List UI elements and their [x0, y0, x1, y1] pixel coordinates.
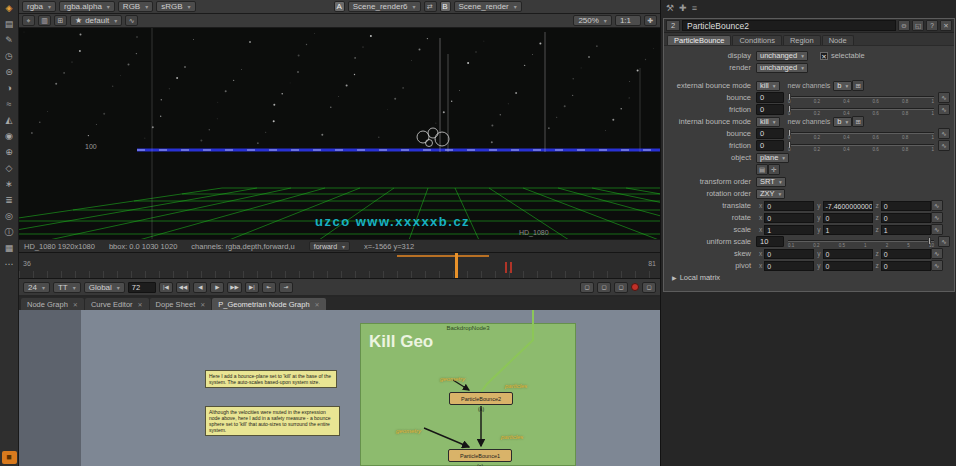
- tab-node[interactable]: Node: [822, 35, 854, 45]
- transform-nodes-icon[interactable]: ⊕: [2, 146, 17, 159]
- node-graph-canvas[interactable]: BackdropNode3 Kill Geo Here I add a boun…: [19, 310, 660, 466]
- playhead[interactable]: [455, 253, 458, 278]
- new-channels-dropdown[interactable]: b: [833, 81, 852, 91]
- pivot-y-field[interactable]: 0: [823, 261, 873, 271]
- layer-dropdown[interactable]: rgba.alpha: [59, 1, 115, 12]
- friction-slider[interactable]: 00.2 0.40.6 0.81: [788, 140, 934, 151]
- wrench-icon[interactable]: ⚒: [666, 3, 674, 13]
- input-b-dropdown[interactable]: Scene_render: [454, 1, 522, 12]
- step-back-button[interactable]: ◀: [193, 282, 207, 293]
- node-particlebounce2[interactable]: ParticleBounce2: [449, 392, 513, 405]
- sticky-note[interactable]: Although the velocities were muted in th…: [205, 406, 340, 436]
- plus-icon[interactable]: ✚: [644, 15, 657, 26]
- channel-editor-icon[interactable]: ⊞: [852, 80, 864, 91]
- bounce-field[interactable]: 0: [756, 92, 784, 103]
- rotation-order-dropdown[interactable]: ZXY: [756, 189, 785, 199]
- tab-dope-sheet[interactable]: Dope Sheet ✕: [150, 298, 212, 310]
- pivot-x-field[interactable]: 0: [764, 261, 814, 271]
- other-nodes-icon[interactable]: ⋯: [2, 258, 17, 271]
- goto-end-button[interactable]: ▶|: [245, 282, 259, 293]
- tab-curve-editor[interactable]: Curve Editor ✕: [85, 298, 149, 310]
- skip-back-button[interactable]: ⇤: [262, 282, 276, 293]
- animation-menu-icon[interactable]: ∿: [931, 200, 943, 211]
- animation-menu-icon[interactable]: ∿: [931, 212, 943, 223]
- tab-group-node-graph[interactable]: P_Geometrian Node Graph ✕: [212, 298, 325, 310]
- selectable-checkbox[interactable]: ✕: [820, 52, 828, 60]
- animation-menu-icon[interactable]: ∿: [938, 104, 950, 115]
- toggle-icon[interactable]: ▢: [597, 282, 611, 293]
- display-channels-dropdown[interactable]: RGB: [118, 1, 153, 12]
- animation-menu-icon[interactable]: ∿: [938, 236, 950, 247]
- friction-slider[interactable]: 00.2 0.40.6 0.81: [788, 104, 934, 115]
- draw-nodes-icon[interactable]: ✎: [2, 34, 17, 47]
- channels-dropdown[interactable]: rgba: [22, 1, 56, 12]
- center-node-icon[interactable]: ⊙: [898, 20, 910, 31]
- record-icon[interactable]: [631, 283, 639, 291]
- friction-field[interactable]: 0: [756, 140, 784, 151]
- timeline-ruler[interactable]: 36 81: [19, 253, 660, 279]
- close-tab-icon[interactable]: ✕: [73, 301, 78, 308]
- node-name-field[interactable]: ParticleBounce2: [682, 20, 896, 31]
- channel-nodes-icon[interactable]: ⊜: [2, 66, 17, 79]
- help-icon[interactable]: ?: [926, 20, 938, 31]
- scale-z-field[interactable]: 1: [881, 225, 931, 235]
- bounce-slider[interactable]: 00.2 0.40.6 0.81: [788, 128, 934, 139]
- translate-z-field[interactable]: 0: [881, 201, 931, 211]
- animation-menu-icon[interactable]: ∿: [931, 260, 943, 271]
- deep-nodes-icon[interactable]: ≣: [2, 194, 17, 207]
- color-nodes-icon[interactable]: ◑: [2, 82, 17, 95]
- image-nodes-icon[interactable]: ▤: [2, 18, 17, 31]
- internal-bounce-mode-dropdown[interactable]: kill: [756, 117, 780, 127]
- bounce-field[interactable]: 0: [756, 128, 784, 139]
- 3d-nodes-icon[interactable]: ◇: [2, 162, 17, 175]
- scale-x-field[interactable]: 1: [764, 225, 814, 235]
- layers-icon[interactable]: ▥: [38, 15, 51, 26]
- close-panel-icon[interactable]: ✕: [940, 20, 952, 31]
- skip-forward-button[interactable]: ⇥: [279, 282, 293, 293]
- uniform-scale-slider[interactable]: 0.10.2 0.51 25 10: [788, 236, 934, 247]
- uniform-scale-field[interactable]: 10: [756, 236, 784, 247]
- toggle-icon[interactable]: ▢: [580, 282, 594, 293]
- frame-range-mode-dropdown[interactable]: Global: [84, 282, 125, 293]
- scale-y-field[interactable]: 1: [823, 225, 873, 235]
- toolsets-icon[interactable]: ▦: [2, 242, 17, 255]
- channel-editor-icon[interactable]: ⊞: [852, 116, 864, 127]
- roi-icon[interactable]: ⌖: [22, 15, 35, 26]
- sticky-note[interactable]: Here I add a bounce-plane set to 'kill' …: [205, 370, 337, 388]
- skew-z-field[interactable]: 0: [881, 249, 931, 259]
- expand-arrow-icon[interactable]: ▶: [672, 274, 677, 281]
- goto-start-button[interactable]: |◀: [159, 282, 173, 293]
- external-bounce-mode-dropdown[interactable]: kill: [756, 81, 780, 91]
- assist-icon[interactable]: ■: [2, 451, 17, 464]
- keyer-nodes-icon[interactable]: ◭: [2, 114, 17, 127]
- viewer-preset-dropdown[interactable]: ★ default: [70, 15, 122, 26]
- tab-node-graph[interactable]: Node Graph ✕: [21, 298, 84, 310]
- grid-icon[interactable]: ⊞: [54, 15, 67, 26]
- bounce-slider[interactable]: 00.2 0.40.6 0.81: [788, 92, 934, 103]
- friction-field[interactable]: 0: [756, 104, 784, 115]
- object-dropdown[interactable]: plane: [756, 153, 789, 163]
- rotate-y-field[interactable]: 0: [823, 213, 873, 223]
- input-a-dropdown[interactable]: Scene_render6: [348, 1, 421, 12]
- pivot-z-field[interactable]: 0: [881, 261, 931, 271]
- animation-menu-icon[interactable]: ∿: [938, 140, 950, 151]
- render-dropdown[interactable]: unchanged: [756, 63, 808, 73]
- node-particlebounce1[interactable]: ParticleBounce1: [448, 449, 512, 462]
- animation-menu-icon[interactable]: ∿: [938, 92, 950, 103]
- translate-y-field[interactable]: -7.4600000000: [823, 201, 873, 211]
- tab-region[interactable]: Region: [783, 35, 821, 45]
- panel-count-badge[interactable]: 2: [666, 20, 680, 31]
- particles-nodes-icon[interactable]: ∗: [2, 178, 17, 191]
- input-b-badge[interactable]: B: [440, 1, 451, 12]
- next-keyframe-button[interactable]: ▶▶: [227, 282, 241, 293]
- prev-keyframe-button[interactable]: ◀◀: [176, 282, 190, 293]
- play-button[interactable]: ▶: [210, 282, 224, 293]
- close-tab-icon[interactable]: ✕: [138, 301, 143, 308]
- input-a-badge[interactable]: A: [334, 1, 345, 12]
- views-nodes-icon[interactable]: ◎: [2, 210, 17, 223]
- zoom-dropdown[interactable]: 250%: [573, 15, 611, 26]
- new-channels-dropdown[interactable]: b: [833, 117, 852, 127]
- float-panel-icon[interactable]: ◱: [912, 20, 924, 31]
- plus-icon[interactable]: ✚: [679, 3, 687, 13]
- axis-icon[interactable]: ✛: [768, 164, 780, 175]
